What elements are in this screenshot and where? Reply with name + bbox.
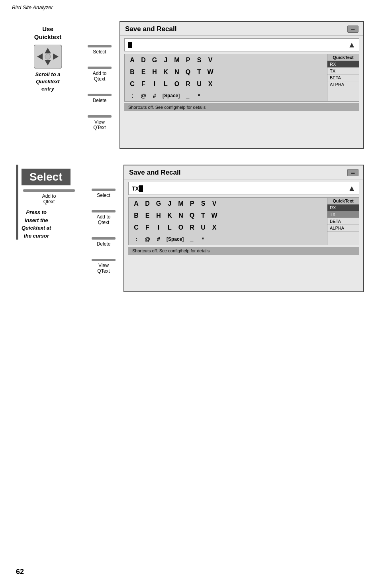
key2-L[interactable]: L bbox=[165, 223, 174, 232]
key2-T[interactable]: T bbox=[199, 211, 208, 220]
quicktext-panel-2: QuickText RX TX BETA ALPHA bbox=[327, 197, 359, 245]
key-M[interactable]: M bbox=[172, 56, 181, 65]
key2-F[interactable]: F bbox=[143, 223, 152, 232]
keyboard-area-2: A D G J M P S V B E H K N bbox=[128, 197, 359, 245]
key-V[interactable]: V bbox=[206, 56, 215, 65]
quicktext-item-alpha-1[interactable]: ALPHA bbox=[327, 81, 359, 88]
key2-hash[interactable]: # bbox=[154, 235, 163, 243]
nav-arrows-icon[interactable] bbox=[34, 45, 62, 69]
key2-R[interactable]: R bbox=[188, 223, 196, 232]
key2-N[interactable]: N bbox=[176, 211, 185, 220]
key-underscore[interactable]: _ bbox=[183, 92, 192, 100]
key2-K[interactable]: K bbox=[165, 211, 174, 220]
key2-G[interactable]: G bbox=[154, 199, 163, 208]
key2-X[interactable]: X bbox=[210, 223, 219, 232]
key2-P[interactable]: P bbox=[188, 199, 196, 208]
add-to-qtext-button-1[interactable]: Add toQtext bbox=[80, 67, 119, 82]
key-C[interactable]: C bbox=[128, 80, 137, 88]
key2-V[interactable]: V bbox=[210, 199, 219, 208]
select-box[interactable]: Select bbox=[22, 169, 71, 185]
key-hash[interactable]: # bbox=[150, 92, 159, 100]
key2-underscore[interactable]: _ bbox=[187, 235, 196, 243]
add-to-qtext-button-2[interactable]: Add toQtext bbox=[84, 210, 123, 225]
up-arrow-2[interactable]: ▲ bbox=[348, 184, 356, 193]
key-asterisk[interactable]: * bbox=[194, 92, 203, 100]
key-Q[interactable]: Q bbox=[184, 68, 192, 77]
quicktext-item-rx-2[interactable]: RX bbox=[327, 205, 359, 211]
key-S[interactable]: S bbox=[195, 56, 204, 65]
key-K[interactable]: K bbox=[161, 68, 170, 77]
key-G[interactable]: G bbox=[150, 56, 159, 65]
key-E[interactable]: E bbox=[139, 68, 148, 77]
key-space[interactable]: [Space] bbox=[161, 92, 181, 99]
key-N[interactable]: N bbox=[172, 68, 181, 77]
key-A[interactable]: A bbox=[128, 56, 137, 65]
quicktext-item-beta-1[interactable]: BETA bbox=[327, 75, 359, 81]
key2-E[interactable]: E bbox=[143, 211, 152, 220]
keyboard-row-1c: C F I L O R U X bbox=[125, 78, 327, 90]
key2-colon[interactable]: : bbox=[132, 235, 141, 243]
key-R[interactable]: R bbox=[184, 80, 192, 88]
quicktext-item-beta-2[interactable]: BETA bbox=[327, 218, 359, 225]
add-to-qtext-button-2-left[interactable]: Add toQtext bbox=[23, 189, 75, 205]
delete-button-1[interactable]: Delete bbox=[80, 94, 119, 103]
key-colon[interactable]: : bbox=[128, 92, 137, 100]
key-T[interactable]: T bbox=[195, 68, 204, 77]
quicktext-panel-header-2: QuickText bbox=[327, 198, 359, 205]
key2-I[interactable]: I bbox=[154, 223, 163, 232]
key2-asterisk[interactable]: * bbox=[198, 235, 207, 243]
key-X[interactable]: X bbox=[206, 80, 215, 88]
view-qtext-button-1[interactable]: ViewQText bbox=[80, 115, 119, 130]
text-input-row-2[interactable]: TX ▲ bbox=[128, 182, 359, 195]
btn-bar bbox=[92, 189, 116, 191]
key2-at[interactable]: @ bbox=[143, 235, 152, 243]
screen-title-bar-2: Save and Recall ▬ bbox=[124, 165, 363, 179]
key2-A[interactable]: A bbox=[132, 199, 141, 208]
quicktext-panel-header-1: QuickText bbox=[327, 54, 359, 61]
key-I[interactable]: I bbox=[150, 80, 159, 88]
key-B[interactable]: B bbox=[128, 68, 137, 77]
key2-H[interactable]: H bbox=[154, 211, 163, 220]
page-number: 62 bbox=[16, 568, 24, 576]
quicktext-item-tx-2[interactable]: TX bbox=[327, 211, 359, 218]
quicktext-item-alpha-2[interactable]: ALPHA bbox=[327, 225, 359, 232]
key-D[interactable]: D bbox=[139, 56, 148, 65]
quicktext-item-tx-1[interactable]: TX bbox=[327, 68, 359, 75]
quicktext-panel-1: QuickText RX TX BETA ALPHA bbox=[327, 54, 359, 102]
btn-bar bbox=[88, 67, 112, 69]
key2-space[interactable]: [Space] bbox=[165, 236, 185, 243]
keyboard-main-2: A D G J M P S V B E H K N bbox=[128, 197, 327, 245]
key-P[interactable]: P bbox=[184, 56, 192, 65]
keyboard-row-2c: C F I L O R U X bbox=[129, 222, 327, 234]
key-U[interactable]: U bbox=[195, 80, 204, 88]
key2-M[interactable]: M bbox=[176, 199, 185, 208]
section-1: Use Quicktext Scroll to a Quicktext bbox=[16, 21, 364, 149]
section2-left-panel: Select Add toQtext Press to insert the Q… bbox=[16, 165, 84, 240]
key-F[interactable]: F bbox=[139, 80, 148, 88]
corner-icon-1: ▬ bbox=[347, 26, 358, 33]
text-input-row-1[interactable]: ▲ bbox=[124, 38, 359, 51]
key-H[interactable]: H bbox=[150, 68, 159, 77]
select-button-1[interactable]: Select bbox=[80, 45, 119, 55]
key2-B[interactable]: B bbox=[132, 211, 141, 220]
key-J[interactable]: J bbox=[161, 56, 170, 65]
quicktext-item-rx-1[interactable]: RX bbox=[327, 61, 359, 68]
key-L[interactable]: L bbox=[161, 80, 170, 88]
key2-W[interactable]: W bbox=[210, 211, 219, 220]
up-arrow-1[interactable]: ▲ bbox=[348, 40, 356, 49]
key2-O[interactable]: O bbox=[176, 223, 185, 232]
main-content: Use Quicktext Scroll to a Quicktext bbox=[0, 13, 380, 316]
key-O[interactable]: O bbox=[172, 80, 181, 88]
key2-Q[interactable]: Q bbox=[188, 211, 196, 220]
view-qtext-button-2[interactable]: ViewQText bbox=[84, 259, 123, 274]
btn-bar bbox=[88, 45, 112, 47]
key2-S[interactable]: S bbox=[199, 199, 208, 208]
key-at[interactable]: @ bbox=[139, 92, 148, 100]
delete-button-2[interactable]: Delete bbox=[84, 237, 123, 247]
key-W[interactable]: W bbox=[206, 68, 215, 77]
key2-J[interactable]: J bbox=[165, 199, 174, 208]
select-button-2[interactable]: Select bbox=[84, 189, 123, 198]
key2-D[interactable]: D bbox=[143, 199, 152, 208]
key2-C[interactable]: C bbox=[132, 223, 141, 232]
key2-U[interactable]: U bbox=[199, 223, 208, 232]
